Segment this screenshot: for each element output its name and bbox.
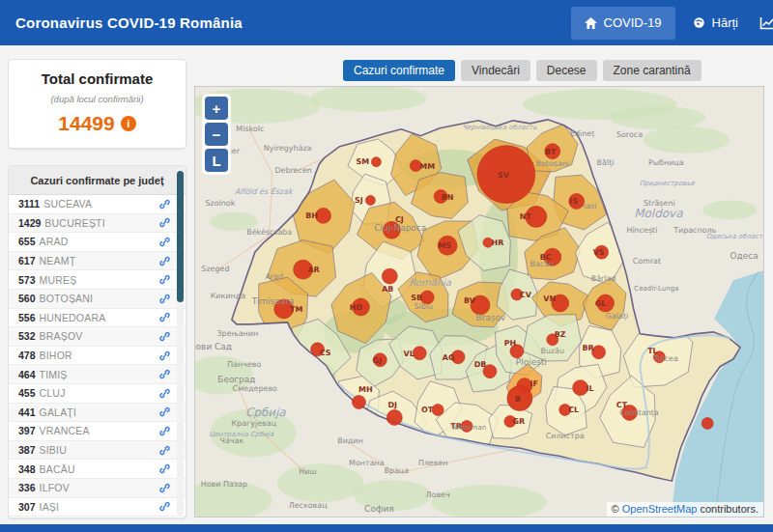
county-row: 3111SUCEAVA xyxy=(9,195,186,214)
county-circle-SM[interactable] xyxy=(371,157,381,167)
forest-patch xyxy=(610,106,706,129)
county-code-label: AG xyxy=(443,353,455,362)
total-confirmed-card: Total confirmate (după locul confirmării… xyxy=(8,59,186,149)
county-name: SUCEAVA xyxy=(43,198,92,210)
county-circle-AB[interactable] xyxy=(382,268,397,284)
county-circle-DJ[interactable] xyxy=(386,409,402,425)
tab-decese[interactable]: Decese xyxy=(536,60,597,81)
county-row: 532BRAȘOV xyxy=(9,327,186,347)
map-place-label: Teleorman xyxy=(450,424,486,432)
tab-vindec-ri[interactable]: Vindecări xyxy=(461,60,530,81)
county-circle-SJ[interactable] xyxy=(365,195,375,205)
zoom-out-button[interactable]: − xyxy=(205,123,228,146)
map-place-label: Nyíregyháza xyxy=(264,144,312,153)
link-icon[interactable] xyxy=(159,331,170,342)
map-place-label: Чачак xyxy=(220,436,244,445)
map-place-label: Sibiu xyxy=(414,302,433,311)
county-code-label: DB xyxy=(474,360,487,369)
county-count: 336 xyxy=(18,482,36,493)
scrollbar-thumb[interactable] xyxy=(177,171,184,302)
county-circle-BH[interactable] xyxy=(316,208,331,223)
map-place-label: Bârlad xyxy=(591,274,616,283)
map-place-label: România xyxy=(409,277,451,288)
map-place-label: Монтана xyxy=(349,459,385,467)
link-icon[interactable] xyxy=(159,274,170,285)
county-count: 655 xyxy=(18,236,36,247)
county-code-label: MM xyxy=(419,162,435,171)
county-name: TIMIȘ xyxy=(40,369,68,380)
link-icon[interactable] xyxy=(159,350,170,361)
county-circle-MH[interactable] xyxy=(352,396,365,409)
county-name: BRAȘOV xyxy=(40,330,83,342)
county-name: BIHOR xyxy=(40,350,72,361)
tab-zone-carantin-[interactable]: Zone carantină xyxy=(603,60,701,81)
map-place-label: Békéscsaba xyxy=(246,228,292,237)
link-icon[interactable] xyxy=(159,483,170,493)
map-place-label: Рыбница xyxy=(648,158,684,167)
county-code-label: IS xyxy=(569,197,578,206)
county-name: ARAD xyxy=(40,236,69,247)
county-circle-OT[interactable] xyxy=(432,405,444,416)
county-count: 560 xyxy=(18,293,36,304)
county-code-label: BZ xyxy=(555,330,566,339)
map-place-label: Tulcea xyxy=(653,354,678,363)
map-place-label: Плевен xyxy=(418,459,448,467)
county-name: VRANCEA xyxy=(40,425,90,436)
county-row: 573MUREȘ xyxy=(9,270,186,290)
county-code-label: VN xyxy=(543,294,556,303)
map-place-label: Soroca xyxy=(616,130,643,139)
map-place-label: Moldova xyxy=(634,207,683,220)
map-place-label: Нови Пазар xyxy=(201,480,247,489)
link-icon[interactable] xyxy=(159,463,170,474)
map-place-label: Ловеч xyxy=(426,490,450,499)
link-icon[interactable] xyxy=(159,445,170,456)
county-code-label: AR xyxy=(307,266,319,274)
map-place-label: Нови Сад xyxy=(195,342,232,351)
home-icon xyxy=(585,17,597,29)
link-icon[interactable] xyxy=(159,237,170,247)
layers-button[interactable]: L xyxy=(205,149,228,172)
link-icon[interactable] xyxy=(159,388,170,399)
zoom-in-button[interactable]: + xyxy=(205,97,228,120)
county-code-label: SJ xyxy=(355,196,363,205)
county-code-label: BN xyxy=(442,193,454,202)
link-icon[interactable] xyxy=(159,256,170,266)
map-place-label: Timișoara xyxy=(251,296,295,307)
chart-line-icon[interactable] xyxy=(756,16,773,30)
map-place-label: Видин xyxy=(337,436,363,445)
link-icon[interactable] xyxy=(159,426,170,436)
county-code-label: HD xyxy=(350,303,363,312)
county-name: NEAMȚ xyxy=(40,255,76,266)
county-name: ILFOV xyxy=(40,482,70,493)
tab-cazuri-confirmate[interactable]: Cazuri confirmate xyxy=(343,60,455,81)
county-code-label: DJ xyxy=(388,402,398,410)
link-icon[interactable] xyxy=(159,217,170,228)
map-place-label: Србија xyxy=(245,406,286,419)
map-place-label: Strășeni xyxy=(644,199,675,208)
link-icon[interactable] xyxy=(159,312,170,322)
county-list-card: Cazuri confirmate pe județ 3111SUCEAVA14… xyxy=(8,165,186,518)
scrollbar-track xyxy=(177,168,184,516)
map-place-label: Szeged xyxy=(201,265,229,273)
nav-harti-button[interactable]: Hărți xyxy=(679,7,752,40)
county-count: 464 xyxy=(18,369,36,380)
county-row: 556HUNEDOARA xyxy=(9,309,186,328)
map[interactable]: SMMMSVBTISBNSJNTBHCJMSHRBCVSARABSBHDTMBV… xyxy=(194,86,764,518)
link-icon[interactable] xyxy=(159,369,170,379)
info-icon[interactable]: i xyxy=(121,116,136,131)
link-icon[interactable] xyxy=(159,294,170,304)
county-code-label: AB xyxy=(382,285,393,294)
offshore-circle[interactable] xyxy=(701,417,713,429)
county-row: 617NEAMȚ xyxy=(9,252,186,271)
county-code-label: SV xyxy=(498,171,510,180)
county-circle-VL[interactable] xyxy=(413,347,426,360)
link-icon[interactable] xyxy=(159,406,170,417)
nav-covid19-button[interactable]: COVID-19 xyxy=(571,7,675,40)
map-zoom-controls: + − L xyxy=(202,94,231,175)
app: Coronavirus COVID-19 România COVID-19 Hă… xyxy=(0,0,773,532)
county-name: BOTOȘANI xyxy=(40,293,94,304)
nav-harti-label: Hărți xyxy=(712,15,738,30)
link-icon[interactable] xyxy=(159,199,170,210)
osm-link[interactable]: OpenStreetMap xyxy=(622,503,698,515)
link-icon[interactable] xyxy=(159,501,170,512)
